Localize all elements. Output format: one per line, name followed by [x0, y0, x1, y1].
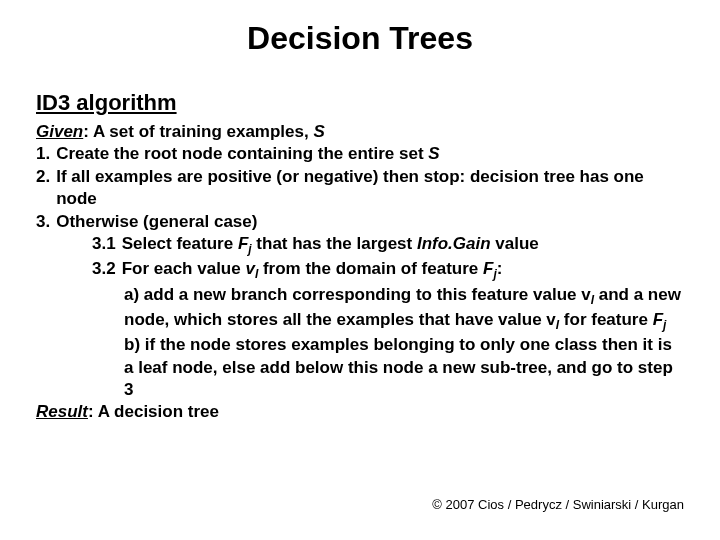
step-3-2-num: 3.2	[92, 258, 122, 283]
step-2-body: If all examples are positive (or negativ…	[56, 166, 686, 211]
step-3: 3. Otherwise (general case)	[36, 211, 686, 233]
step-3-2-a: For each value	[122, 259, 246, 278]
given-symbol: S	[313, 122, 324, 141]
step-2-num: 2.	[36, 166, 56, 211]
step-3-2-body: For each value vl from the domain of fea…	[122, 258, 686, 283]
step-1-symbol: S	[428, 144, 439, 163]
step-3-1-infogain: Info.Gain	[417, 234, 491, 253]
step-3-1-c: value	[491, 234, 539, 253]
step-3-1: 3.1 Select feature Fj that has the large…	[36, 233, 686, 258]
step-3-1-F: F	[238, 234, 248, 253]
step-3-2-c: :	[497, 259, 503, 278]
slide: Decision Trees ID3 algorithm Given: A se…	[0, 0, 720, 540]
step-3-2-b-block: b) if the node stores examples belonging…	[36, 334, 686, 401]
given-line: Given: A set of training examples, S	[36, 121, 686, 143]
step-3-2-b-num: b)	[124, 335, 140, 354]
step-3-2-a-3: for feature	[559, 310, 653, 329]
step-3-2-b: from the domain of feature	[258, 259, 483, 278]
result-prefix: Result	[36, 402, 88, 421]
step-3-1-num: 3.1	[92, 233, 122, 258]
step-3-2-v: v	[245, 259, 254, 278]
step-3-body: Otherwise (general case)	[56, 211, 686, 233]
section-heading: ID3 algorithm	[36, 88, 686, 117]
slide-title: Decision Trees	[0, 20, 720, 57]
given-text: : A set of training examples,	[83, 122, 313, 141]
step-3-num: 3.	[36, 211, 56, 233]
step-3-2-F: F	[483, 259, 493, 278]
step-3-2-b-1: if the node stores examples belonging to…	[124, 335, 673, 399]
step-1-text-a: Create the root node containing the enti…	[56, 144, 428, 163]
step-3-1-b: that has the largest	[252, 234, 417, 253]
step-3-2-a-1: add a new branch corresponding to this f…	[139, 285, 591, 304]
given-prefix: Given	[36, 122, 83, 141]
step-3-1-body: Select feature Fj that has the largest I…	[122, 233, 686, 258]
step-3-2-a-block: a) add a new branch corresponding to thi…	[36, 284, 686, 334]
step-1: 1. Create the root node containing the e…	[36, 143, 686, 165]
result-text: : A decision tree	[88, 402, 219, 421]
step-3-2-a-num: a)	[124, 285, 139, 304]
step-1-body: Create the root node containing the enti…	[56, 143, 686, 165]
step-1-num: 1.	[36, 143, 56, 165]
slide-content: ID3 algorithm Given: A set of training e…	[36, 88, 686, 424]
step-3-2-a-j: j	[663, 318, 666, 332]
step-3-2-a-F: F	[653, 310, 663, 329]
step-3-1-a: Select feature	[122, 234, 238, 253]
step-2: 2. If all examples are positive (or nega…	[36, 166, 686, 211]
step-3-2: 3.2 For each value vl from the domain of…	[36, 258, 686, 283]
copyright-footer: © 2007 Cios / Pedrycz / Swiniarski / Kur…	[432, 497, 684, 512]
result-line: Result: A decision tree	[36, 401, 686, 423]
